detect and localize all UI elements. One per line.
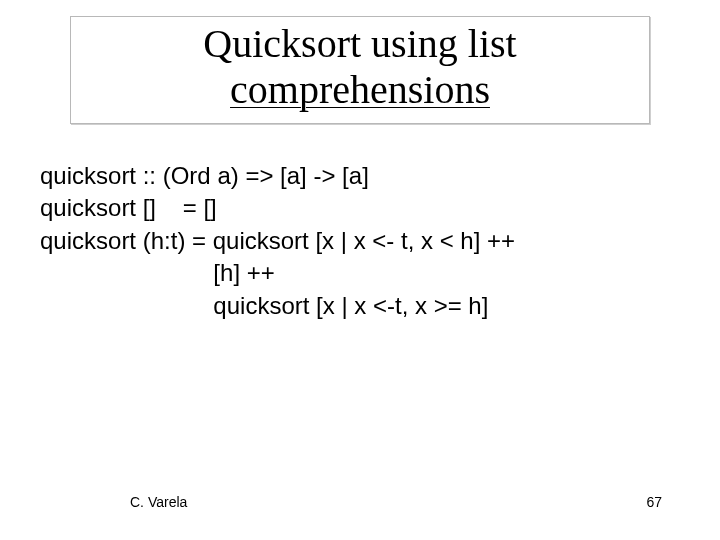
slide-title-box: Quicksort using list comprehensions	[70, 16, 650, 124]
code-line-1: quicksort :: (Ord a) => [a] -> [a]	[40, 162, 369, 189]
code-line-4: [h] ++	[40, 259, 275, 286]
slide: Quicksort using list comprehensions quic…	[0, 0, 720, 540]
code-line-2: quicksort [] = []	[40, 194, 217, 221]
footer-author: C. Varela	[130, 494, 187, 510]
code-line-5: quicksort [x | x <-t, x >= h]	[40, 292, 488, 319]
code-block: quicksort :: (Ord a) => [a] -> [a] quick…	[40, 160, 515, 322]
title-line-1: Quicksort using list	[203, 21, 516, 66]
footer-page-number: 67	[646, 494, 662, 510]
title-line-2: comprehensions	[230, 67, 490, 112]
slide-title: Quicksort using list comprehensions	[81, 21, 639, 113]
code-line-3: quicksort (h:t) = quicksort [x | x <- t,…	[40, 227, 515, 254]
